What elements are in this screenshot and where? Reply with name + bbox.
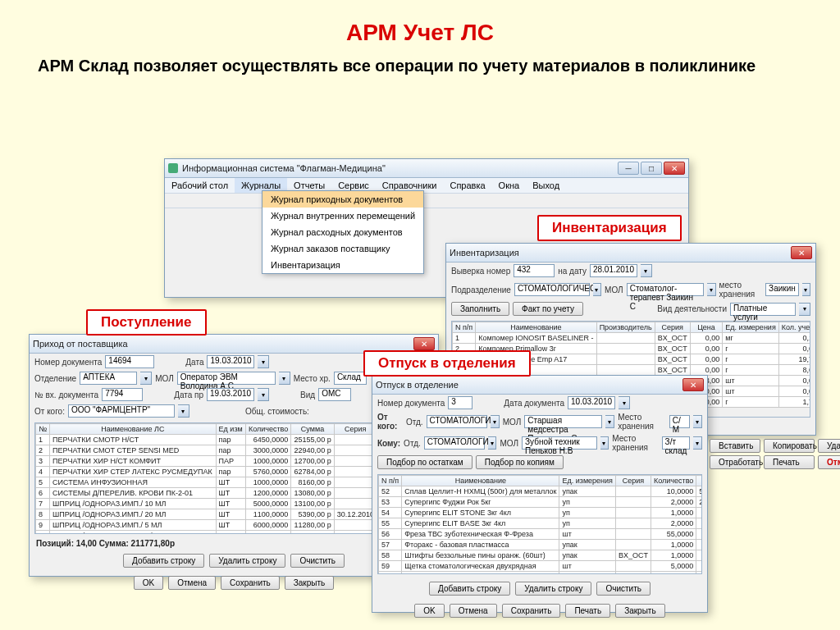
rec-add-button[interactable]: Добавить строку: [123, 554, 204, 568]
column-header[interactable]: Количество: [651, 476, 696, 486]
inv-cancel-button[interactable]: Отмена: [818, 455, 840, 469]
column-header[interactable]: №: [36, 424, 50, 435]
column-header[interactable]: Ед. измерения: [559, 476, 615, 486]
menu-help[interactable]: Справка: [443, 178, 491, 193]
chevron-down-icon[interactable]: ▾: [693, 415, 702, 428]
disp-from-dept[interactable]: СТОМАТОЛОГИЧ: [427, 415, 487, 428]
rec-supplier-field[interactable]: ООО "ФАРМЦЕНТР": [68, 404, 175, 418]
calendar-icon[interactable]: ▾: [258, 388, 269, 401]
column-header[interactable]: Сумма: [291, 424, 334, 435]
table-row[interactable]: 58Штифты беззольные пины оранж. (60шт)уп…: [379, 550, 703, 561]
inv-copy-button[interactable]: Копировать: [764, 439, 815, 453]
table-row[interactable]: 52Сплав Целлит-Н НХМЦ (500г) для металло…: [379, 486, 703, 497]
table-row[interactable]: 60ФЛЮСОКСИЛ/ФЛЮС (80 гр)упк10,0000216,21…: [379, 572, 703, 575]
inv-num-field[interactable]: 432: [514, 264, 555, 277]
inv-print-button[interactable]: Печать: [764, 455, 815, 469]
rec-clr-button[interactable]: Очистить: [290, 554, 345, 568]
maximize-button[interactable]: □: [641, 162, 662, 175]
rec-close-button[interactable]: ✕: [413, 337, 435, 350]
rec-store-field[interactable]: Склад: [334, 372, 367, 385]
chevron-down-icon[interactable]: ▾: [802, 283, 810, 296]
disp-print-button[interactable]: Печать: [565, 604, 610, 618]
disp-to-mol[interactable]: Зубной техник Пеньков Н.В: [522, 436, 597, 450]
disp-from-store[interactable]: С/М: [669, 415, 690, 428]
column-header[interactable]: Серия: [615, 476, 651, 486]
column-header[interactable]: Ед. измерения: [723, 322, 778, 333]
calendar-icon[interactable]: ▾: [619, 396, 630, 409]
inv-act-field[interactable]: Платные услуги: [730, 303, 796, 316]
disp-date-field[interactable]: 10.03.2010: [568, 396, 615, 409]
chevron-down-icon[interactable]: ▾: [279, 372, 290, 385]
chevron-down-icon[interactable]: ▾: [491, 415, 500, 428]
column-header[interactable]: Наименование: [402, 476, 559, 486]
column-header[interactable]: Наименование: [476, 322, 596, 333]
column-header[interactable]: Ед изм: [216, 424, 245, 435]
inv-fill-button[interactable]: Заполнить: [451, 302, 509, 316]
inv-dept-field[interactable]: СТОМАТОЛОГИЧЕС: [514, 283, 590, 296]
chevron-down-icon[interactable]: ▾: [593, 283, 601, 296]
column-header[interactable]: Наименование ЛС: [50, 424, 216, 435]
disp-close-button2[interactable]: Закрыть: [615, 604, 665, 618]
dd-orders[interactable]: Журнал заказов поставщику: [262, 240, 423, 257]
rec-dept-field[interactable]: АПТЕКА: [80, 372, 137, 385]
rec-vid-field[interactable]: ОМС: [318, 388, 351, 401]
column-header[interactable]: Серия: [655, 322, 690, 333]
rec-save-button[interactable]: Сохранить: [221, 576, 280, 590]
column-header[interactable]: Цена: [690, 322, 723, 333]
column-header[interactable]: N п/п: [453, 322, 476, 333]
dd-inventory[interactable]: Инвентаризация: [262, 257, 423, 273]
close-button[interactable]: ✕: [664, 162, 685, 175]
menu-windows[interactable]: Окна: [492, 178, 527, 193]
inv-process-button[interactable]: Отработать: [710, 455, 760, 469]
inv-insert-button[interactable]: Вставить: [710, 439, 760, 453]
minimize-button[interactable]: ─: [618, 162, 639, 175]
disp-pick-remains-button[interactable]: Подбор по остаткам: [377, 455, 472, 469]
chevron-down-icon[interactable]: ▾: [799, 303, 810, 316]
rec-extnum-field[interactable]: 7794: [102, 388, 143, 401]
column-header[interactable]: Серия: [334, 424, 377, 435]
column-header[interactable]: Цена: [696, 476, 702, 486]
dd-incoming[interactable]: Журнал приходных документов: [262, 191, 423, 208]
rec-del-button[interactable]: Удалить строку: [209, 554, 285, 568]
chevron-down-icon[interactable]: ▾: [178, 404, 189, 418]
table-row[interactable]: 59Щетка стоматологическая двухряднаяшт5,…: [379, 561, 703, 572]
column-header[interactable]: Производитель: [596, 322, 655, 333]
chevron-down-icon[interactable]: ▾: [488, 436, 497, 450]
disp-del-button[interactable]: Удалить строку: [515, 582, 591, 596]
column-header[interactable]: Кол. учетное: [778, 322, 810, 333]
table-row[interactable]: 54Супергипс ELIT STONE 3кг 4клуп1,000074…: [379, 508, 703, 518]
disp-to-dept[interactable]: СТОМАТОЛОГИЧ: [424, 436, 485, 450]
disp-add-button[interactable]: Добавить строку: [429, 582, 510, 596]
chevron-down-icon[interactable]: ▾: [707, 283, 715, 296]
disp-pick-copies-button[interactable]: Подбор по копиям: [476, 455, 564, 469]
rec-date2-field[interactable]: 19.03.2010: [207, 388, 254, 401]
disp-clr-button[interactable]: Очистить: [596, 582, 651, 596]
disp-cancel-button[interactable]: Отмена: [450, 604, 497, 618]
inv-delete-button[interactable]: Удалить: [818, 439, 840, 453]
disp-docnum-field[interactable]: 3: [448, 396, 472, 409]
rec-docnum-field[interactable]: 14694: [105, 355, 154, 368]
inv-store-field[interactable]: Заикин: [765, 283, 799, 296]
table-row[interactable]: 1Компомер IONOSIT BASELINER -BX_OCT0,00м…: [453, 333, 811, 344]
dd-outgoing[interactable]: Журнал расходных документов: [262, 224, 423, 240]
rec-cancel-button[interactable]: Отмена: [168, 576, 216, 590]
inv-mol-field[interactable]: Стоматолог-терапевт Заикин С: [627, 283, 705, 296]
chevron-down-icon[interactable]: ▾: [605, 415, 614, 428]
rec-close-button2[interactable]: Закрыть: [285, 576, 335, 590]
chevron-down-icon[interactable]: ▾: [693, 436, 702, 450]
disp-save-button[interactable]: Сохранить: [502, 604, 561, 618]
calendar-icon[interactable]: ▾: [258, 355, 269, 368]
dd-internal[interactable]: Журнал внутренних перемещений: [262, 208, 423, 224]
rec-ok-button[interactable]: OK: [134, 576, 163, 590]
disp-from-mol[interactable]: Старшая медсестра Платонова С: [524, 415, 602, 428]
table-row[interactable]: 55Супергипс ELIT BASE 3кг 4клуп2,0000548…: [379, 518, 703, 529]
disp-ok-button[interactable]: OK: [414, 604, 444, 618]
chevron-down-icon[interactable]: ▾: [600, 436, 609, 450]
inv-close-button[interactable]: ✕: [791, 246, 812, 259]
menu-desktop[interactable]: Рабочий стол: [165, 178, 235, 193]
rec-mol-field[interactable]: Оператор ЭВМ Володина А.С: [177, 372, 276, 385]
column-header[interactable]: N п/п: [379, 476, 402, 486]
menu-exit[interactable]: Выход: [526, 178, 566, 193]
disp-close-button[interactable]: ✕: [682, 378, 704, 391]
table-row[interactable]: 53Супергипс Фуджи Рок 5кгуп2,00002577,20…: [379, 497, 703, 508]
